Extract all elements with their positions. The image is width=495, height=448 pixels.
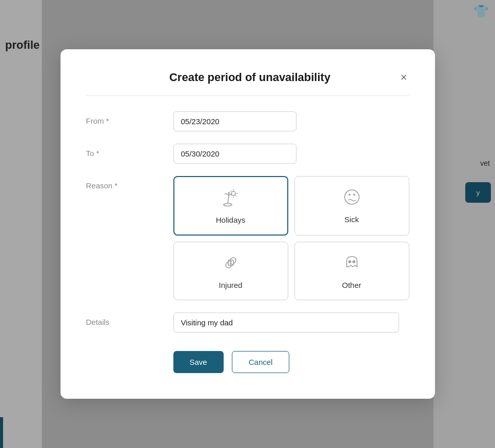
close-button[interactable]: × (399, 70, 409, 85)
holidays-label: Holidays (216, 216, 246, 224)
to-field (173, 144, 409, 164)
details-row: Details (86, 313, 409, 333)
other-icon (342, 252, 362, 276)
details-label: Details (86, 313, 173, 326)
from-label: From * (86, 111, 173, 125)
create-unavailability-modal: Create period of unavailability × From *… (61, 49, 435, 399)
reason-label: Reason * (86, 176, 173, 190)
reason-field: Holidays (173, 176, 409, 300)
save-button[interactable]: Save (173, 351, 224, 373)
svg-point-16 (230, 261, 231, 262)
injured-icon (221, 252, 241, 276)
svg-line-0 (228, 196, 229, 204)
other-label: Other (342, 281, 362, 289)
cancel-button[interactable]: Cancel (232, 351, 290, 373)
svg-point-8 (224, 204, 232, 206)
svg-point-17 (230, 263, 231, 264)
details-field (173, 313, 409, 333)
from-field (173, 111, 409, 131)
svg-point-9 (345, 190, 359, 204)
reason-injured[interactable]: Injured (173, 242, 288, 300)
modal-header: Create period of unavailability × (86, 70, 409, 96)
svg-line-6 (230, 191, 231, 192)
injured-label: Injured (219, 281, 243, 289)
reason-other[interactable]: Other (294, 242, 409, 300)
reason-sick[interactable]: Sick (294, 176, 409, 236)
sick-label: Sick (344, 215, 359, 224)
to-row: To * (86, 144, 409, 164)
reason-grid: Holidays (173, 176, 409, 300)
modal-title: Create period of unavailability (102, 71, 399, 84)
from-input[interactable] (173, 111, 296, 131)
from-row: From * (86, 111, 409, 131)
to-input[interactable] (173, 144, 296, 164)
svg-rect-14 (224, 257, 236, 269)
reason-row: Reason * (86, 176, 409, 300)
reason-holidays[interactable]: Holidays (173, 176, 288, 236)
svg-point-19 (353, 261, 355, 263)
details-input[interactable] (173, 313, 399, 333)
action-buttons: Save Cancel (86, 351, 409, 373)
svg-line-7 (235, 196, 236, 197)
to-label: To * (86, 144, 173, 158)
svg-point-18 (349, 261, 351, 263)
sick-icon (342, 187, 362, 210)
svg-point-1 (231, 191, 235, 196)
holidays-icon (221, 187, 241, 210)
